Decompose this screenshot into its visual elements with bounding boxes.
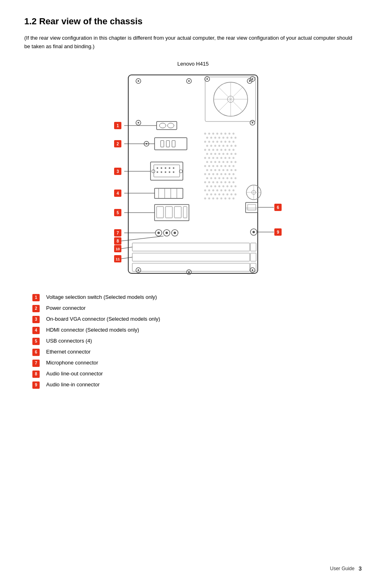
svg-point-127 xyxy=(204,157,206,159)
svg-point-94 xyxy=(235,136,237,138)
svg-point-143 xyxy=(204,165,206,167)
svg-point-88 xyxy=(210,136,212,138)
legend-badge: 7 xyxy=(32,360,40,367)
svg-point-188 xyxy=(227,185,229,187)
svg-point-162 xyxy=(216,173,218,175)
svg-point-113 xyxy=(212,149,214,151)
svg-point-207 xyxy=(204,197,206,199)
svg-rect-55 xyxy=(246,202,258,213)
svg-line-245 xyxy=(121,247,132,249)
svg-point-126 xyxy=(235,153,237,155)
svg-point-107 xyxy=(223,145,225,147)
svg-point-132 xyxy=(225,157,227,159)
svg-point-168 xyxy=(210,177,212,179)
intro-paragraph: (If the rear view configuration in this … xyxy=(24,34,356,51)
svg-point-64 xyxy=(174,232,176,234)
svg-text:4: 4 xyxy=(117,191,119,196)
svg-point-21 xyxy=(138,122,139,124)
svg-point-36 xyxy=(169,167,170,169)
svg-point-153 xyxy=(214,169,216,171)
svg-text:1: 1 xyxy=(117,124,119,128)
svg-line-248 xyxy=(121,257,132,259)
svg-text:11: 11 xyxy=(116,257,120,261)
footer-label: User Guide xyxy=(330,566,355,571)
footer-page: 3 xyxy=(358,565,362,572)
svg-point-182 xyxy=(233,181,235,183)
svg-point-89 xyxy=(214,136,216,138)
svg-point-204 xyxy=(227,193,229,195)
svg-point-155 xyxy=(223,169,225,171)
svg-point-205 xyxy=(231,193,233,195)
svg-point-144 xyxy=(208,165,210,167)
legend-item: 9 Audio line-in connector xyxy=(32,381,354,389)
svg-point-91 xyxy=(223,136,225,138)
svg-point-85 xyxy=(229,132,231,134)
svg-point-186 xyxy=(218,185,221,187)
svg-point-97 xyxy=(212,141,214,143)
svg-point-83 xyxy=(221,132,223,134)
svg-point-90 xyxy=(218,136,221,138)
chassis-diagram: 1 2 3 4 5 6 7 xyxy=(76,71,310,281)
svg-point-74 xyxy=(138,269,139,271)
legend-badge: 9 xyxy=(32,381,40,389)
svg-point-210 xyxy=(216,197,218,199)
svg-point-183 xyxy=(206,185,208,187)
svg-point-38 xyxy=(157,171,158,173)
svg-point-203 xyxy=(223,193,225,195)
svg-text:9: 9 xyxy=(277,230,279,234)
svg-point-140 xyxy=(227,161,229,163)
svg-point-148 xyxy=(225,165,227,167)
diagram-title: Lenovo H415 xyxy=(177,61,208,67)
svg-text:10: 10 xyxy=(116,247,120,251)
svg-point-122 xyxy=(218,153,221,155)
svg-point-145 xyxy=(212,165,214,167)
svg-rect-53 xyxy=(174,207,181,218)
svg-point-157 xyxy=(231,169,233,171)
legend-text: Voltage selection switch (Selected model… xyxy=(46,294,354,301)
svg-point-201 xyxy=(214,193,216,195)
svg-point-199 xyxy=(206,193,208,195)
svg-point-123 xyxy=(223,153,225,155)
svg-point-19 xyxy=(206,78,208,80)
svg-point-151 xyxy=(206,169,208,171)
svg-point-4 xyxy=(188,80,190,82)
svg-rect-56 xyxy=(248,205,256,210)
svg-point-165 xyxy=(229,173,231,175)
svg-rect-68 xyxy=(132,253,250,261)
svg-point-115 xyxy=(221,149,223,151)
svg-point-135 xyxy=(206,161,208,163)
svg-point-92 xyxy=(227,136,229,138)
svg-point-167 xyxy=(206,177,208,179)
legend-badge: 3 xyxy=(32,316,40,323)
svg-point-110 xyxy=(235,145,237,147)
svg-point-79 xyxy=(204,132,206,134)
svg-rect-50 xyxy=(155,205,189,221)
legend-text: HDMI connector (Selected models only) xyxy=(46,326,354,334)
svg-rect-69 xyxy=(132,263,250,271)
legend-text: On-board VGA connector (Selected models … xyxy=(46,315,354,323)
svg-text:7: 7 xyxy=(117,231,119,235)
legend-item: 7 Microphone connector xyxy=(32,359,354,367)
svg-rect-71 xyxy=(250,253,256,261)
legend-text: Power connector xyxy=(46,305,354,312)
svg-point-66 xyxy=(252,231,255,233)
svg-point-87 xyxy=(206,136,208,138)
svg-point-185 xyxy=(214,185,216,187)
svg-point-117 xyxy=(229,149,231,151)
svg-point-163 xyxy=(221,173,223,175)
svg-point-35 xyxy=(165,167,166,169)
svg-point-134 xyxy=(233,157,235,159)
svg-point-142 xyxy=(235,161,237,163)
legend-item: 4 HDMI connector (Selected models only) xyxy=(32,326,354,334)
svg-point-86 xyxy=(233,132,235,134)
svg-point-161 xyxy=(212,173,214,175)
svg-rect-51 xyxy=(157,207,163,218)
svg-point-109 xyxy=(231,145,233,147)
svg-point-112 xyxy=(208,149,210,151)
legend-item: 2 Power connector xyxy=(32,305,354,312)
svg-rect-25 xyxy=(155,138,187,150)
svg-point-189 xyxy=(231,185,233,187)
svg-point-34 xyxy=(161,167,162,169)
svg-point-141 xyxy=(231,161,233,163)
svg-point-138 xyxy=(218,161,221,163)
